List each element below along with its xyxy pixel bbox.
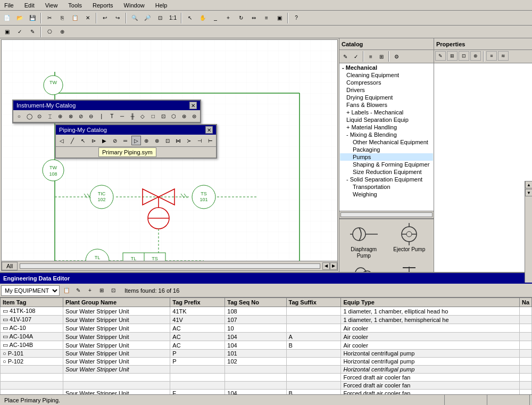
cat-tb4[interactable]: ⊞ [377, 52, 386, 61]
table-row[interactable]: ○ P-102Sour Water Stripper UnitP102Horiz… [1, 358, 532, 366]
props-btn6[interactable]: ≋ [498, 51, 509, 61]
zoom-in-btn[interactable]: 🔍 [129, 12, 140, 24]
cut-btn[interactable]: ✂ [44, 12, 55, 24]
pc-btn14[interactable]: ⊣ [195, 136, 204, 145]
table-row[interactable]: ▭ 41TK-108Sour Water Stripper Unit41TK10… [1, 307, 532, 316]
props-btn3[interactable]: ⊡ [459, 51, 469, 61]
de-btn5[interactable]: ⊡ [109, 286, 118, 295]
menu-edit[interactable]: Edit [22, 2, 37, 9]
pc-btn4[interactable]: ⊳ [89, 136, 98, 145]
ic-btn1[interactable]: ○ [14, 111, 23, 121]
cat-tb1[interactable]: ✎ [340, 52, 350, 61]
gear-pump-item[interactable]: Gear Pump [342, 262, 386, 272]
ic-btn11[interactable]: ─ [118, 111, 127, 121]
delete-btn[interactable]: ✕ [82, 12, 94, 24]
pc-btn8[interactable]: ▷ [131, 136, 141, 145]
cat-tb2[interactable]: ✓ [351, 52, 361, 61]
tree-item-liquid[interactable]: Liquid Separation Equip [340, 116, 433, 123]
pc-btn11[interactable]: ⊡ [163, 136, 172, 145]
t2-btn3[interactable]: ✎ [27, 26, 38, 38]
zoom1-btn[interactable]: 1:1 [167, 12, 179, 24]
props-btn1[interactable]: ✎ [435, 51, 446, 61]
tree-item-other[interactable]: Other Mechanical Equipment [340, 138, 433, 146]
tree-item-material[interactable]: + Material Handling [340, 123, 433, 131]
de-btn3[interactable]: + [85, 286, 95, 295]
menu-file[interactable]: File [2, 2, 16, 9]
ic-btn18[interactable]: ⊜ [190, 111, 199, 121]
undo-btn[interactable]: ↩ [99, 12, 111, 24]
menu-window[interactable]: Window [122, 2, 147, 9]
hscroll-left[interactable]: ◀ [322, 262, 330, 270]
pc-btn10[interactable]: ⊗ [152, 136, 162, 145]
tree-item-drivers[interactable]: Drivers [340, 86, 433, 94]
tab-all[interactable]: All [2, 262, 18, 270]
t2-btn5[interactable]: ⊕ [56, 26, 68, 38]
cat-tb3[interactable]: ≡ [366, 52, 376, 61]
table-row[interactable]: Sour Water Stripper UnitHorizontal centr… [1, 366, 532, 374]
help-btn[interactable]: ? [290, 12, 302, 24]
new-btn[interactable]: 📄 [1, 12, 13, 24]
table-row[interactable]: ▭ AC-104BSour Water Stripper UnitAC104BA… [1, 341, 532, 350]
tree-item-fans[interactable]: Fans & Blowers [340, 101, 433, 109]
de-btn2[interactable]: ✎ [73, 286, 83, 295]
t2-btn4[interactable]: ⎔ [44, 26, 55, 38]
ic-btn6[interactable]: ⊗ [66, 111, 75, 121]
table-row[interactable]: Forced draft air cooler fan [1, 382, 532, 390]
align-btn[interactable]: ≡ [261, 12, 272, 24]
open-btn[interactable]: 📂 [14, 12, 26, 24]
de-btn4[interactable]: ⊞ [97, 286, 106, 295]
fit-btn[interactable]: ⊡ [154, 12, 166, 24]
table-row[interactable]: ▭ AC-10Sour Water Stripper UnitAC10Air c… [1, 324, 532, 333]
ic-btn12[interactable]: ╫ [128, 111, 137, 121]
tree-item-drying[interactable]: Drying Equipment [340, 94, 433, 101]
ejector-pump-item[interactable]: Ejector Pump [387, 221, 432, 261]
pc-btn2[interactable]: ╱ [68, 136, 77, 145]
rotate-btn[interactable]: ↻ [235, 12, 247, 24]
tree-item-labels[interactable]: + Labels - Mechanical [340, 109, 433, 116]
tree-item-transport[interactable]: Transportation [340, 183, 433, 191]
save-btn[interactable]: 💾 [27, 12, 38, 24]
paste-btn[interactable]: 📋 [69, 12, 81, 24]
ic-btn8[interactable]: ⊖ [87, 111, 96, 121]
ic-btn9[interactable]: | [97, 111, 106, 121]
menu-view[interactable]: View [43, 2, 60, 9]
pc-btn5[interactable]: ▶ [99, 136, 109, 145]
t2-btn2[interactable]: ✓ [14, 26, 26, 38]
pc-btn3[interactable]: ↖ [78, 136, 88, 145]
place-btn[interactable]: + [222, 12, 234, 24]
t2-btn1[interactable]: ▣ [1, 26, 13, 38]
piping-catalog-close[interactable]: ✕ [205, 126, 213, 134]
zoom-out-btn[interactable]: 🔎 [142, 12, 153, 24]
table-row[interactable]: Sour Water Stripper UnitF104BForced draf… [1, 390, 532, 395]
props-btn5[interactable]: ≡ [486, 51, 497, 61]
pc-btn6[interactable]: ⊘ [110, 136, 120, 145]
menu-reports[interactable]: Reports [90, 2, 115, 9]
de-btn1[interactable]: 📋 [62, 286, 71, 295]
select-btn[interactable]: ↖ [184, 12, 196, 24]
copy-btn[interactable]: ⎘ [56, 12, 68, 24]
piping-catalog-titlebar[interactable]: Piping-My Catalog ✕ [56, 125, 216, 135]
table-row[interactable]: Forced draft air cooler fan [1, 374, 532, 382]
ic-btn4[interactable]: ⌶ [45, 111, 54, 121]
tree-item-mixing[interactable]: - Mixing & Blending [340, 131, 433, 138]
pc-btn13[interactable]: ≻ [184, 136, 194, 145]
ic-btn2[interactable]: ◯ [24, 111, 34, 121]
tree-item-size[interactable]: Size Reduction Equipment [340, 168, 433, 176]
pc-btn1[interactable]: ◁ [57, 136, 66, 145]
tree-item-solid[interactable]: - Solid Separation Equipment [340, 176, 433, 183]
ic-btn14[interactable]: □ [148, 111, 157, 121]
cat-tb5[interactable]: ⚙ [392, 52, 401, 61]
props-btn2[interactable]: ⊞ [447, 51, 458, 61]
tree-item-packaging[interactable]: Packaging [340, 146, 433, 153]
tree-item-shaping[interactable]: Shaping & Forming Equipmer [340, 161, 433, 168]
table-row[interactable]: ▭ 41V-107Sour Water Stripper Unit41V1071… [1, 316, 532, 324]
ic-btn3[interactable]: ⊙ [35, 111, 44, 121]
pc-btn12[interactable]: ⋈ [173, 136, 183, 145]
ic-btn17[interactable]: ⊛ [179, 111, 188, 121]
tree-item-weighing[interactable]: Weighing [340, 191, 433, 198]
instrument-catalog-titlebar[interactable]: Instrument-My Catalog ✕ [13, 101, 200, 110]
table-row[interactable]: ▭ AC-104ASour Water Stripper UnitAC104AA… [1, 333, 532, 341]
tree-item-compressors[interactable]: Compressors [340, 79, 433, 86]
hand-pump-item[interactable]: Hand Pump [387, 262, 432, 272]
ic-btn5[interactable]: ⊕ [56, 111, 65, 121]
